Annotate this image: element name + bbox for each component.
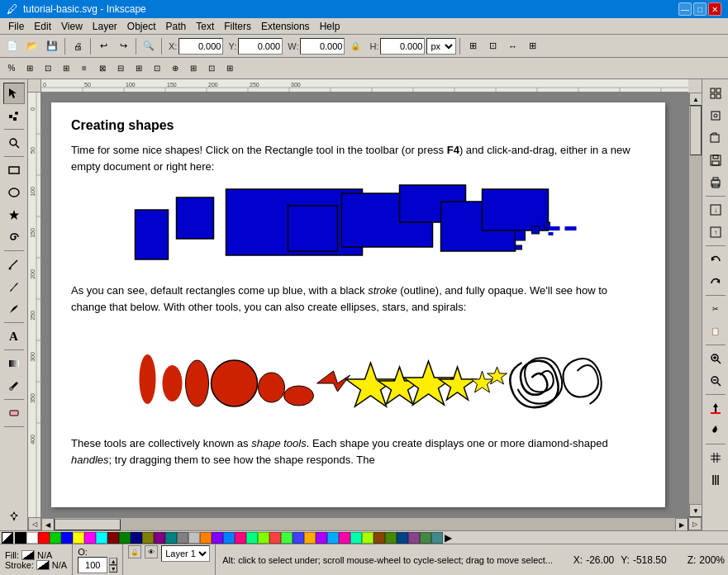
y-input[interactable] (238, 38, 283, 55)
open-file-button[interactable] (705, 127, 726, 149)
snap-btn-6[interactable]: ⊠ (94, 60, 111, 77)
pencil-tool-button[interactable] (3, 254, 25, 275)
color-magenta[interactable] (84, 532, 96, 544)
stroke-color-button[interactable] (705, 420, 726, 441)
menu-file[interactable]: File (3, 19, 29, 34)
snap-btn-13[interactable]: ⊞ (221, 60, 238, 77)
color-teal[interactable] (165, 532, 177, 544)
pen-tool-button[interactable] (3, 276, 25, 297)
snap-btn-9[interactable]: ⊡ (149, 60, 165, 77)
minimize-button[interactable]: — (678, 2, 692, 16)
ellipse-tool-button[interactable] (3, 182, 25, 203)
menu-help[interactable]: Help (315, 19, 345, 34)
paste-button[interactable]: 📋 (705, 321, 726, 342)
import-button[interactable]: ↓ (705, 199, 726, 221)
color-salmon[interactable] (269, 532, 281, 544)
scroll-up-button[interactable]: ▲ (689, 93, 702, 106)
color-hotpink[interactable] (339, 532, 350, 544)
unit-select[interactable]: px mm cm in (426, 38, 456, 55)
color-blue[interactable] (61, 532, 73, 544)
menu-filters[interactable]: Filters (219, 19, 256, 34)
opacity-input[interactable] (78, 557, 107, 573)
menu-extensions[interactable]: Extensions (256, 19, 315, 34)
titlebar-controls[interactable]: — □ ✕ (678, 2, 721, 16)
color-gold[interactable] (304, 532, 316, 544)
color-skyblue[interactable] (223, 532, 235, 544)
close-button[interactable]: ✕ (708, 2, 721, 16)
redo-right-button[interactable] (705, 271, 726, 292)
scroll-down-button[interactable]: ▼ (689, 504, 702, 517)
scroll-page-right-button[interactable]: ▷ (688, 517, 702, 530)
snap-btn-3[interactable]: ⊡ (40, 60, 56, 77)
color-purple[interactable] (154, 532, 165, 544)
snap-btn-4[interactable]: ⊞ (58, 60, 74, 77)
snap-btn-7[interactable]: ⊟ (112, 60, 129, 77)
fill-swatch[interactable] (21, 550, 35, 560)
zoom-tool-button[interactable] (3, 132, 25, 154)
x-input[interactable] (178, 38, 223, 55)
move-tool-button[interactable] (3, 506, 25, 527)
color-moss[interactable] (420, 532, 431, 544)
layer-select[interactable]: Layer 1 (161, 545, 210, 562)
opacity-down-button[interactable]: ▼ (109, 565, 117, 573)
color-aquamarine[interactable] (350, 532, 362, 544)
print-button[interactable]: 🖨 (69, 37, 87, 55)
opacity-up-button[interactable]: ▲ (109, 558, 117, 565)
scroll-page-left-button[interactable]: ◁ (28, 517, 41, 530)
save-button[interactable]: 💾 (43, 37, 61, 55)
undo-button[interactable]: ↩ (94, 37, 112, 55)
color-white[interactable] (26, 532, 38, 544)
snap-controls-button[interactable] (705, 83, 726, 104)
color-forestgreen[interactable] (385, 532, 397, 544)
color-yellow[interactable] (73, 532, 84, 544)
selector-tool-button[interactable] (3, 83, 25, 104)
zoom-page-button[interactable] (705, 105, 726, 126)
color-olive[interactable] (142, 532, 154, 544)
snap-btn-8[interactable]: ⊞ (131, 60, 147, 77)
grid-button[interactable] (705, 447, 726, 468)
text-tool-button[interactable]: A (3, 326, 25, 347)
transform-btn2[interactable]: ⊡ (483, 37, 502, 55)
eraser-tool-button[interactable] (3, 402, 25, 424)
color-cyan[interactable] (96, 532, 107, 544)
columns-button[interactable] (705, 469, 726, 491)
node-tool-button[interactable] (3, 105, 25, 126)
color-chartreuse[interactable] (258, 532, 269, 544)
h-input[interactable] (380, 38, 425, 55)
eye-layer-button[interactable]: 👁 (145, 545, 158, 558)
zoom-in-btn[interactable]: 🔍 (140, 37, 158, 55)
color-scroll-right[interactable]: ▶ (443, 532, 454, 544)
fill-color-button[interactable] (705, 397, 726, 419)
maximize-button[interactable]: □ (693, 2, 707, 16)
transform-btn4[interactable]: ⊞ (523, 37, 541, 55)
stroke-swatch[interactable] (36, 560, 50, 570)
scroll-thumb-h[interactable] (55, 519, 121, 530)
w-input[interactable] (300, 38, 345, 55)
transform-btn1[interactable]: ⊞ (464, 37, 482, 55)
menu-path[interactable]: Path (161, 19, 192, 34)
color-gray[interactable] (177, 532, 188, 544)
menu-edit[interactable]: Edit (29, 19, 56, 34)
color-navy[interactable] (397, 532, 408, 544)
gradient-tool-button[interactable] (3, 353, 25, 374)
color-indigo[interactable] (316, 532, 327, 544)
snap-btn-5[interactable]: ≡ (76, 60, 93, 77)
scroll-left-button[interactable]: ◀ (41, 518, 55, 530)
color-cornflower[interactable] (293, 532, 304, 544)
color-lightgreen[interactable] (281, 532, 293, 544)
color-rose[interactable] (235, 532, 246, 544)
scroll-thumb-v[interactable] (690, 106, 702, 155)
menu-text[interactable]: Text (191, 19, 219, 34)
color-darkblue[interactable] (131, 532, 142, 544)
zoom-in-right-button[interactable] (705, 348, 726, 369)
menu-view[interactable]: View (56, 19, 88, 34)
save-file-button[interactable] (705, 150, 726, 171)
rect-tool-button[interactable] (3, 159, 25, 181)
color-violet[interactable] (212, 532, 223, 544)
color-red[interactable] (38, 532, 50, 544)
scroll-track-v[interactable] (689, 106, 702, 504)
copy-button[interactable]: ✂ (705, 298, 726, 320)
remove-color-button[interactable] (2, 532, 13, 544)
lock-aspect-button[interactable]: 🔒 (346, 37, 364, 55)
snap-btn-10[interactable]: ⊕ (167, 60, 183, 77)
